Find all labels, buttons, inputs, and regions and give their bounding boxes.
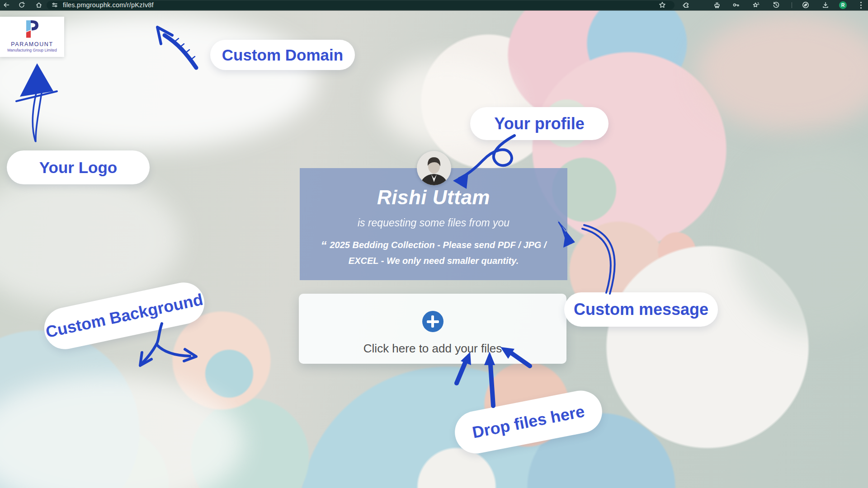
bookmark-star-icon[interactable]	[659, 1, 666, 9]
extensions-puzzle-icon[interactable]	[683, 1, 690, 9]
requester-name: Rishi Uttam	[300, 186, 567, 209]
url-text[interactable]: files.pmgrouphk.com/r/pKzIv8f	[63, 0, 154, 10]
annotation-custom-message: Custom message	[564, 292, 718, 327]
history-icon[interactable]	[773, 1, 780, 9]
paramount-logo-icon	[24, 19, 41, 41]
browser-profile-avatar[interactable]: R	[839, 1, 847, 9]
company-logo-card: PARAMOUNT Manufacturing Group Limited	[0, 17, 64, 57]
password-key-icon[interactable]	[732, 1, 740, 9]
home-icon[interactable]	[35, 1, 42, 9]
annotation-custom-domain: Custom Domain	[210, 40, 355, 70]
company-subtitle: Manufacturing Group Limited	[7, 48, 57, 52]
file-request-card: Rishi Uttam is requesting some files fro…	[300, 168, 567, 280]
profile-avatar	[417, 151, 451, 185]
sparkle-star-icon[interactable]	[752, 1, 760, 9]
downloads-icon[interactable]	[822, 1, 829, 9]
screen: files.pmgrouphk.com/r/pKzIv8f R	[0, 0, 868, 488]
reload-icon[interactable]	[18, 1, 25, 9]
annotation-your-profile: Your profile	[470, 107, 609, 140]
company-name: PARAMOUNT	[11, 41, 53, 47]
back-icon[interactable]	[3, 1, 10, 9]
file-dropzone[interactable]: Click here to add your files	[299, 294, 566, 364]
request-message-line1: “2025 Bedding Collection - Please send P…	[300, 239, 567, 253]
toolbar-divider	[792, 2, 792, 8]
request-message-line2: EXCEL - We only need smaller quantity.	[300, 256, 567, 266]
request-subtitle: is requesting some files from you	[300, 217, 567, 229]
annotation-your-logo: Your Logo	[7, 150, 150, 184]
cart-extension-icon[interactable]	[713, 1, 721, 9]
plus-icon	[422, 311, 443, 332]
site-info-icon[interactable]	[51, 1, 58, 9]
dropzone-label: Click here to add your files	[363, 342, 502, 356]
quote-icon: “	[321, 239, 326, 252]
browser-toolbar: files.pmgrouphk.com/r/pKzIv8f R	[0, 0, 868, 10]
energy-saver-leaf-icon[interactable]	[802, 1, 809, 9]
menu-kebab-icon[interactable]	[860, 2, 862, 9]
